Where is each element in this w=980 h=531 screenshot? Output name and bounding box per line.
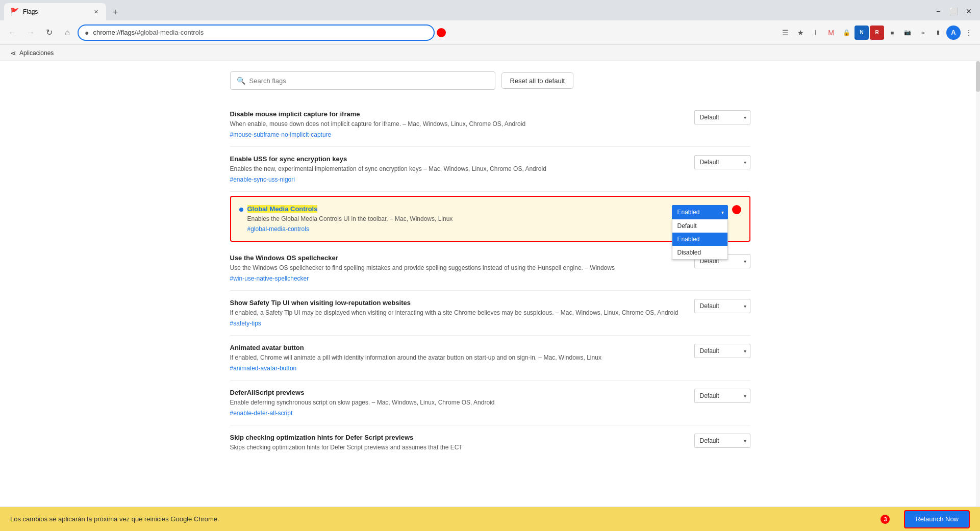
enabled-select-wrapper: Default Enabled Disabled: [672, 205, 728, 219]
extension-icon-1[interactable]: N: [855, 26, 869, 40]
extension-icon-6[interactable]: ▮: [931, 26, 945, 40]
select-wrapper: Default Enabled Disabled: [694, 434, 750, 448]
annotation-badge-2: [732, 205, 741, 214]
toolbar: ← → ↻ ⌂ ● chrome://flags/#global-media-c…: [0, 20, 980, 45]
flag-info: DeferAllScript previews Enable deferring…: [230, 389, 684, 417]
flag-item: Animated avatar button If enabled, Chrom…: [230, 336, 750, 381]
extension-icon-3[interactable]: ■: [885, 26, 899, 40]
address-domain: chrome://flags/: [93, 29, 136, 36]
flag-info: Skip checking optimization hints for Def…: [230, 434, 684, 454]
flag-desc: When enable, mouse down does not implici…: [230, 120, 684, 129]
flag-anchor[interactable]: #safety-tips: [230, 320, 261, 327]
flag-select-enabled[interactable]: Default Enabled Disabled: [672, 205, 728, 219]
extension-icon-4[interactable]: 📷: [900, 26, 915, 40]
back-button[interactable]: ←: [4, 24, 20, 41]
flag-item: Show Safety Tip UI when visiting low-rep…: [230, 291, 750, 336]
scrollbar-track[interactable]: [976, 61, 980, 507]
flag-control: Default Enabled Disabled: [694, 155, 750, 169]
flag-info: Show Safety Tip UI when visiting low-rep…: [230, 299, 684, 327]
forward-button[interactable]: →: [22, 24, 39, 41]
scrollbar-thumb[interactable]: [976, 61, 980, 92]
select-wrapper: Default Enabled Disabled: [694, 344, 750, 358]
flag-info: Animated avatar button If enabled, Chrom…: [230, 344, 684, 372]
tab-close-button[interactable]: ✕: [92, 8, 100, 16]
profile-button[interactable]: A: [946, 26, 961, 40]
flag-select[interactable]: Default Enabled Disabled: [694, 155, 750, 169]
flag-name: Skip checking optimization hints for Def…: [230, 434, 684, 441]
flag-desc: Enable deferring synchronous script on s…: [230, 398, 684, 407]
window-controls: − ⬜ ✕: [931, 4, 980, 18]
flag-select[interactable]: Default Enabled Disabled: [694, 110, 750, 124]
flag-name: Show Safety Tip UI when visiting low-rep…: [230, 299, 684, 307]
dropdown-option-disabled[interactable]: Disabled: [672, 246, 727, 259]
annotation-badge-3: 3: [881, 515, 890, 524]
title-bar: 🚩 Flags ✕ + − ⬜ ✕: [0, 0, 980, 20]
flag-item-highlighted: Global Media Controls Enables the Global…: [230, 196, 750, 242]
account-icon[interactable]: 🔒: [839, 26, 853, 40]
flag-desc: Enables the Global Media Controls UI in …: [247, 215, 662, 223]
chrome-menu-button[interactable]: ⋮: [962, 26, 976, 40]
flag-name: Use the Windows OS spellchecker: [230, 254, 684, 262]
tab-title: Flags: [23, 8, 88, 15]
new-tab-button[interactable]: +: [108, 5, 122, 19]
reset-all-button[interactable]: Reset all to default: [501, 72, 574, 89]
bookmarks-bar: ⋖ Aplicaciones: [0, 45, 980, 61]
reload-button[interactable]: ↻: [41, 24, 57, 41]
bottom-notification-bar: Los cambios se aplicarán la próxima vez …: [0, 507, 980, 531]
address-text: chrome://flags/#global-media-controls: [93, 29, 428, 36]
flag-anchor[interactable]: #win-use-native-spellchecker: [230, 275, 309, 282]
flag-info: Enable USS for sync encryption keys Enab…: [230, 155, 684, 183]
select-wrapper: Default Enabled Disabled: [694, 299, 750, 313]
flag-desc: Enables the new, experimental implementa…: [230, 165, 684, 173]
home-button[interactable]: ⌂: [59, 24, 76, 41]
flag-control: Default Enabled Disabled: [694, 344, 750, 358]
flag-select[interactable]: Default Enabled Disabled: [694, 344, 750, 358]
flag-anchor[interactable]: #enable-defer-all-script: [230, 410, 293, 417]
search-input[interactable]: [249, 77, 489, 85]
flag-anchor[interactable]: #global-media-controls: [247, 225, 309, 233]
flag-control: Default Enabled Disabled: [694, 110, 750, 124]
flag-item: Disable mouse implicit capture for ifram…: [230, 102, 750, 147]
bookmark-icon[interactable]: ★: [793, 26, 808, 40]
flag-select[interactable]: Default Enabled Disabled: [694, 299, 750, 313]
close-button[interactable]: ✕: [962, 4, 976, 18]
flag-item: DeferAllScript previews Enable deferring…: [230, 381, 750, 425]
minimize-button[interactable]: −: [931, 4, 945, 18]
flag-select[interactable]: Default Enabled Disabled: [694, 389, 750, 403]
flag-name: Animated avatar button: [230, 344, 684, 351]
flag-anchor[interactable]: #enable-sync-uss-nigori: [230, 176, 295, 183]
maximize-button[interactable]: ⬜: [946, 4, 961, 18]
extension-icon-2[interactable]: R: [870, 26, 884, 40]
annotation-badge-1: [437, 28, 446, 37]
extension-icon-5[interactable]: ≈: [916, 26, 930, 40]
relaunch-now-button[interactable]: Relaunch Now: [904, 510, 970, 528]
flag-anchor[interactable]: #mouse-subframe-no-implicit-capture: [230, 131, 332, 138]
flag-name: Enable USS for sync encryption keys: [230, 155, 684, 163]
apps-label: Aplicaciones: [19, 49, 54, 57]
address-bar[interactable]: ● chrome://flags/#global-media-controls: [78, 24, 435, 41]
flag-name: Disable mouse implicit capture for ifram…: [230, 110, 684, 118]
active-tab[interactable]: 🚩 Flags ✕: [4, 3, 106, 20]
tab-favicon: 🚩: [10, 8, 19, 16]
select-wrapper: Default Enabled Disabled: [694, 389, 750, 403]
flag-info: Use the Windows OS spellchecker Use the …: [230, 254, 684, 282]
dropdown-option-enabled[interactable]: Enabled: [672, 233, 727, 246]
apps-button[interactable]: ⋖ Aplicaciones: [6, 48, 58, 58]
bottom-bar-text: Los cambios se aplicarán la próxima vez …: [10, 515, 870, 523]
search-row: 🔍 Reset all to default: [230, 71, 750, 90]
dropdown-list: Default Enabled Disabled: [672, 219, 728, 260]
security-icon: ●: [85, 29, 89, 37]
flag-select[interactable]: Default Enabled Disabled: [694, 434, 750, 448]
menu-icon[interactable]: ☰: [778, 26, 792, 40]
page-content: 🔍 Reset all to default Disable mouse imp…: [0, 61, 980, 507]
flag-desc: Use the Windows OS spellchecker to find …: [230, 264, 684, 272]
dropdown-option-default[interactable]: Default: [672, 219, 727, 233]
gmail-icon[interactable]: M: [824, 26, 838, 40]
select-wrapper: Default Enabled Disabled: [694, 110, 750, 124]
browser-frame: 🚩 Flags ✕ + − ⬜ ✕ ← → ↻ ⌂ ● chrome://fla…: [0, 0, 980, 531]
flag-control-dropdown: Default Enabled Disabled Default Enabled…: [672, 205, 728, 219]
flag-desc: Skips checking optimization hints for De…: [230, 443, 684, 452]
flag-anchor[interactable]: #animated-avatar-button: [230, 365, 297, 372]
flag-info: Global Media Controls Enables the Global…: [247, 205, 662, 233]
tab-search-icon[interactable]: I: [809, 26, 823, 40]
